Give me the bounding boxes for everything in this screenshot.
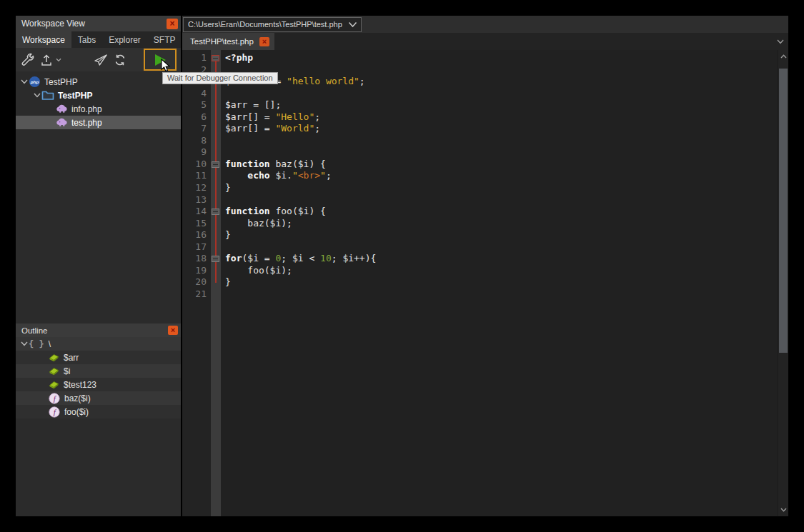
workspace-tree: phpTestPHPTestPHPinfo.phptest.php [16,71,181,323]
panel-tab-tabs[interactable]: Tabs [71,31,102,48]
code-line: <?php [225,52,778,64]
line-number-gutter: 123456789101112131415161718192021 [182,50,211,516]
outline-panel-close-button[interactable]: × [168,326,178,335]
workspace-toolbar [16,48,181,71]
code-line: } [225,229,778,241]
vertical-scrollbar[interactable] [778,50,788,516]
variable-icon [49,366,59,376]
line-number: 14 [182,206,207,218]
tree-item-testphp[interactable]: phpTestPHP [16,75,181,89]
tab-list-chevron-icon[interactable] [777,33,784,50]
braces-icon: { } [29,339,44,349]
workspace-panel-close-button[interactable]: × [167,19,178,29]
path-dropdown-chevron-icon[interactable] [348,21,357,28]
outline-item-baz-i-[interactable]: fbaz($i) [16,391,181,405]
outline-item--[interactable]: { }\ [16,337,181,351]
debugger-tooltip: Wait for Debugger Connection [162,72,278,84]
fold-marker-strip [211,50,221,516]
expander-chevron-icon [20,341,29,347]
line-number: 11 [182,170,207,182]
line-number: 1 [182,52,207,64]
folder-icon [41,90,54,101]
php-file-icon [56,117,68,128]
outline-list: { }\$arr$i$test123fbaz($i)ffoo($i) [16,337,181,418]
workspace-panel-tabbar: WorkspaceTabsExplorerSFTP [16,31,181,48]
code-line: $arr[] = "Hello"; [225,111,778,124]
workspace-panel: Workspace View × WorkspaceTabsExplorerSF… [16,16,181,516]
line-number: 7 [182,123,207,135]
fold-marker-icon[interactable] [212,256,219,262]
line-number: 13 [182,194,207,206]
code-line: for($i = 0; $i < 10; $i++){ [225,253,778,265]
line-number: 21 [182,288,207,301]
code-line: $arr[] = "World"; [225,123,778,135]
function-icon: f [49,393,60,404]
variable-icon [49,379,59,390]
code-line [225,288,778,301]
left-panel-filler [16,418,181,516]
outline-item-label: \ [49,339,51,349]
code-line: $test123 = "hello world"; [225,76,778,88]
svg-text:php: php [30,79,39,84]
code-line: echo $i."<br>"; [225,170,778,182]
line-number: 4 [182,88,207,100]
panel-tab-sftp[interactable]: SFTP [147,31,182,48]
code-line: $arr = []; [225,99,778,111]
tree-item-test-php[interactable]: test.php [16,116,181,129]
scrollbar-thumb[interactable] [779,69,788,353]
wrench-icon [20,52,35,67]
variable-icon [49,352,59,363]
code-view[interactable]: <?php$test123 = "hello world";$arr = [];… [221,50,778,516]
tree-item-label: TestPHP [58,91,92,101]
editor-tab-close-button[interactable]: × [259,37,269,46]
block-scope-red-line [215,58,217,282]
editor-tab-label: TestPHP\test.php [190,37,254,46]
line-number: 8 [182,135,207,147]
expander-chevron-icon [33,92,41,99]
workspace-panel-titlebar: Workspace View × [16,16,181,31]
outline-item-label: $arr [64,353,79,363]
refresh-icon [113,53,127,67]
upload-icon [39,53,54,67]
code-line [225,241,778,254]
code-line: function foo($i) { [225,206,778,218]
mouse-cursor-icon [160,59,172,76]
upload-button[interactable] [37,50,64,70]
deploy-button[interactable] [91,50,111,70]
outline-panel-titlebar: Outline × [16,323,181,337]
outline-item-label: $i [64,366,70,376]
line-number: 10 [182,159,207,171]
fold-marker-icon[interactable] [212,161,219,168]
app-window: Workspace View × WorkspaceTabsExplorerSF… [0,0,804,532]
php-file-icon [56,104,68,114]
outline-item--test123[interactable]: $test123 [16,378,181,391]
settings-wrench-button[interactable] [18,50,37,70]
outline-item--arr[interactable]: $arr [16,351,181,364]
code-line: foo($i); [225,265,778,277]
outline-item-foo-i-[interactable]: ffoo($i) [16,405,181,418]
editor-body: 123456789101112131415161718192021 <?php$… [182,50,788,516]
tree-item-testphp[interactable]: TestPHP [16,89,181,102]
line-number: 5 [182,99,207,111]
tree-item-info-php[interactable]: info.php [16,102,181,116]
scrollbar-down-arrow-icon[interactable] [778,505,788,515]
fold-marker-icon[interactable] [212,209,219,215]
line-number: 15 [182,218,207,230]
file-path-value: C:\Users\Eran\Documents\TestPHP\test.php [188,20,342,29]
php-project-icon: php [29,76,41,88]
panel-tab-workspace[interactable]: Workspace [16,31,71,48]
code-line [225,146,778,159]
breakpoint-marker-icon[interactable] [212,55,219,61]
code-line: function baz($i) { [225,159,778,171]
line-number: 6 [182,111,207,124]
upload-dropdown-chevron-icon[interactable] [56,58,61,62]
line-number: 16 [182,229,207,241]
scrollbar-up-arrow-icon[interactable] [778,51,788,61]
editor-tab-testphp-test-php[interactable]: TestPHP\test.php × [182,33,274,50]
workspace-panel-title: Workspace View [21,19,85,29]
outline-item--i[interactable]: $i [16,364,181,378]
code-line: baz($i); [225,218,778,230]
panel-tab-explorer[interactable]: Explorer [102,31,147,48]
refresh-button[interactable] [111,50,129,70]
file-path-combobox[interactable]: C:\Users\Eran\Documents\TestPHP\test.php [183,17,362,32]
